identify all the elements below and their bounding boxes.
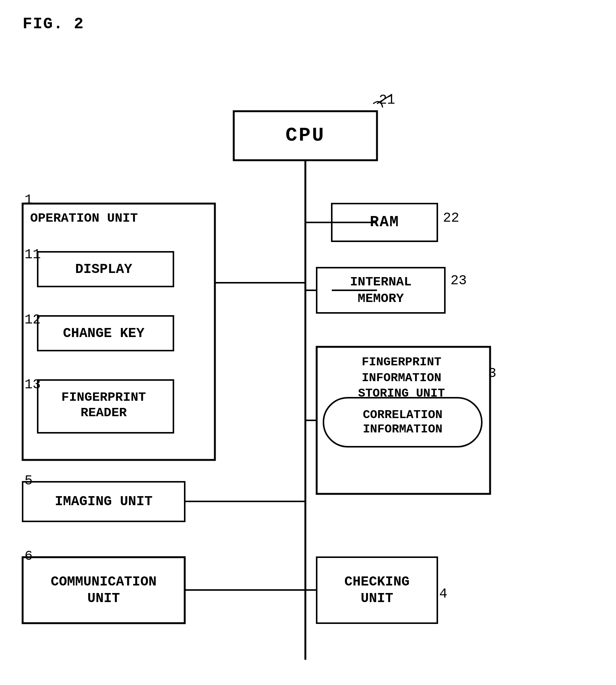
corr-info-line1: CORRELATION [363, 408, 442, 422]
ref-22: 22 [443, 210, 459, 226]
ram-box-label: RAM [332, 204, 437, 241]
ref-1: 1 [25, 192, 33, 208]
ref-11: 11 [25, 247, 41, 262]
display-label: DISPLAY [38, 253, 170, 287]
internal-memory-label: INTERNAL MEMORY [317, 268, 445, 313]
ref-6: 6 [25, 549, 33, 564]
change-key-label: CHANGE KEY [38, 317, 170, 351]
checking-unit-line1: CHECKING [345, 574, 410, 590]
ref-3: 3 [488, 366, 496, 381]
ref-5: 5 [25, 473, 33, 489]
fp-reader-line2: READER [81, 405, 127, 421]
comm-unit-line1: COMMUNICATION [51, 574, 157, 590]
cpu-box-label: CPU [234, 111, 377, 160]
operation-unit-title: OPERATION UNIT [30, 211, 138, 225]
fingerprint-reader-label: FINGERPRINT READER [38, 381, 170, 430]
comm-unit-line2: UNIT [87, 590, 120, 607]
ref-4: 4 [439, 586, 447, 602]
checking-unit-label: CHECKING UNIT [317, 557, 437, 623]
internal-memory-line1: INTERNAL [350, 274, 411, 290]
ref-21: 21 [379, 92, 395, 108]
communication-unit-label: COMMUNICATION UNIT [23, 557, 185, 623]
checking-unit-line2: UNIT [361, 590, 393, 607]
fp-store-line2: INFORMATION [362, 371, 441, 385]
fp-storing-unit-title: FINGERPRINT INFORMATION STORING UNIT [322, 354, 481, 401]
internal-memory-line2: MEMORY [358, 290, 404, 307]
fp-reader-line1: FINGERPRINT [61, 390, 146, 405]
ref-13: 13 [25, 377, 41, 392]
ref-23: 23 [451, 273, 467, 288]
ref-12: 12 [25, 312, 41, 328]
corr-info-line2: INFORMATION [363, 422, 442, 437]
fp-store-line1: FINGERPRINT [362, 355, 441, 369]
imaging-unit-label: IMAGING UNIT [23, 482, 185, 521]
correlation-info-label: CORRELATION INFORMATION [323, 398, 482, 447]
